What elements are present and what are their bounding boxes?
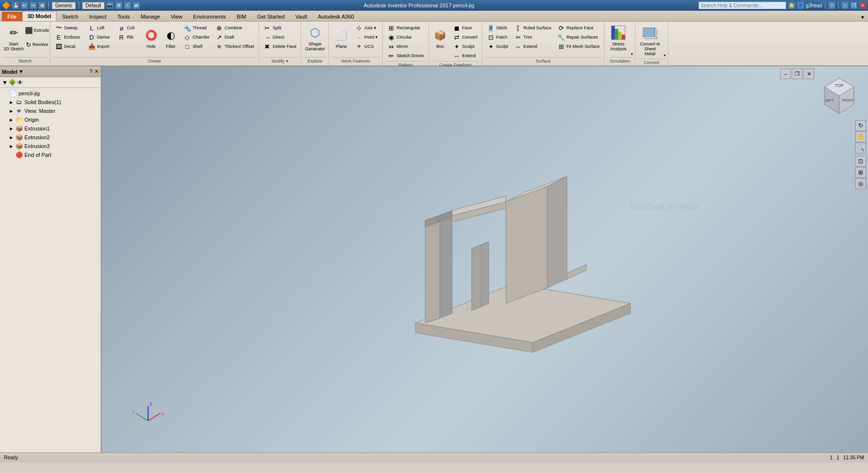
tab-inspect[interactable]: Inspect — [84, 12, 112, 21]
trim-button[interactable]: ✂Trim — [512, 33, 554, 42]
tab-bim[interactable]: BIM — [231, 12, 252, 21]
simulation-dropdown[interactable]: ▾ — [631, 52, 633, 56]
tab-sketch[interactable]: Sketch — [57, 12, 84, 21]
direct-button[interactable]: →Direct — [261, 33, 299, 42]
thread-button[interactable]: 🔩Thread — [181, 23, 212, 32]
import-button[interactable]: 📥Import — [86, 42, 112, 51]
tree-item-origin[interactable]: ▶ 📁 Origin — [7, 115, 100, 124]
convert-freeform-button[interactable]: ⇄Convert — [451, 33, 480, 42]
sculpt-surface-button[interactable]: ✦Sculpt — [484, 42, 511, 51]
ribbon-expand-icon[interactable]: ▼ — [857, 14, 868, 21]
emboss-button[interactable]: EEmboss — [52, 33, 83, 42]
theme-dropdown[interactable]: Default — [82, 2, 105, 9]
pan-button[interactable]: ✋ — [855, 131, 866, 142]
rib-button[interactable]: RRib — [115, 33, 137, 42]
zoom-button[interactable]: 🔍 — [855, 143, 866, 153]
close-button[interactable]: ✕ — [859, 2, 866, 9]
sidebar-dropdown-arrow[interactable]: ▾ — [20, 68, 22, 75]
help-icon[interactable]: ? — [828, 2, 835, 9]
ucs-button[interactable]: ⌖UCS — [352, 42, 380, 51]
tab-getstarted[interactable]: Get Started — [252, 12, 290, 21]
repair-surfaces-button[interactable]: 🔧Repair Surfaces — [555, 33, 602, 42]
mirror-button[interactable]: ⇔Mirror — [385, 42, 426, 51]
circular-button[interactable]: ◉Circular — [385, 33, 426, 42]
start-2d-sketch-button[interactable]: ✏ Start2D Sketch — [2, 23, 25, 53]
combine-button[interactable]: ⊕Combine — [213, 23, 257, 32]
orbit-button[interactable]: ↻ — [855, 120, 866, 131]
shape-generator-button[interactable]: ⬡ ShapeGenerator — [303, 23, 326, 53]
filter-icon[interactable]: ▼ — [2, 79, 8, 86]
show-all-icon[interactable]: 👁 — [17, 79, 23, 86]
scheme-dropdown[interactable]: Generic — [52, 2, 76, 9]
tree-item-view-master[interactable]: ▶ 👁 View: Master — [7, 107, 100, 115]
restore-button[interactable]: ❐ — [850, 2, 857, 9]
view-cube[interactable]: TOP LEFT FRONT — [817, 73, 861, 117]
minimize-button[interactable]: – — [842, 2, 848, 9]
tree-item-extrusion2[interactable]: ▶ 📦 Extrusion2 — [7, 133, 100, 142]
quick-save[interactable]: 💾 — [12, 2, 19, 9]
star-icon[interactable]: ⭐ — [788, 2, 795, 9]
quick-undo[interactable]: ↩ — [21, 2, 28, 9]
convert-to-sheet-metal-button[interactable]: Convert toSheet Metal — [637, 23, 663, 58]
zoom-selected-button[interactable]: ⊞ — [855, 167, 866, 178]
extend-button[interactable]: ↔Extend — [451, 51, 480, 60]
tab-a360[interactable]: Autodesk A360 — [312, 12, 359, 21]
tab-view[interactable]: View — [165, 12, 188, 21]
tree-view-icon[interactable]: 🌳 — [9, 79, 16, 86]
quick-home[interactable]: 🏠 — [39, 2, 45, 9]
stress-analysis-button[interactable]: StressAnalysis — [607, 23, 630, 53]
arrows-icon[interactable]: ⇄ — [133, 2, 140, 9]
fit-mesh-surface-button[interactable]: ⊞Fit Mesh Surface — [555, 42, 602, 51]
sidebar-close-icon[interactable]: ✕ — [94, 68, 99, 75]
split-button[interactable]: ✂Split — [261, 23, 299, 32]
viewport-restore[interactable]: ❐ — [792, 68, 803, 79]
loft-button[interactable]: LLoft — [86, 23, 112, 32]
tree-item-pencil-jig[interactable]: 📄 pencil-jig — [1, 89, 100, 98]
tab-file[interactable]: File — [2, 12, 22, 21]
tree-item-end-of-part[interactable]: 🔴 End of Part — [7, 150, 100, 159]
replace-face-button[interactable]: ⟳Replace Face — [555, 23, 602, 32]
patch-button[interactable]: ⊡Patch — [484, 33, 511, 42]
coil-button[interactable]: ⌀Coil — [115, 23, 137, 32]
shell-button[interactable]: □Shell — [181, 42, 212, 51]
convert-dropdown[interactable]: ▾ — [664, 53, 666, 58]
extend-surface-button[interactable]: ↔Extend — [512, 42, 554, 51]
box-button[interactable]: 📦 Box — [431, 23, 450, 53]
hole-button[interactable]: ⭕ Hole — [142, 23, 160, 53]
tab-environments[interactable]: Environments — [188, 12, 231, 21]
ruled-surface-button[interactable]: ⟦Ruled Surface — [512, 23, 554, 32]
plane-button[interactable]: ⬜ Plane — [331, 23, 351, 53]
chamfer-button[interactable]: ◇Chamfer — [181, 33, 212, 42]
camera-icon[interactable]: 📷 — [107, 2, 113, 9]
draft-button[interactable]: ↗Draft — [213, 33, 257, 42]
delete-face-button[interactable]: ✖Delete Face — [261, 42, 299, 51]
decal-button[interactable]: 🖼Decal — [52, 42, 83, 51]
sculpt-button[interactable]: ✦Sculpt — [451, 42, 480, 51]
plus-icon[interactable]: + — [124, 2, 131, 9]
settings-icon[interactable]: ⚙ — [115, 2, 122, 9]
tab-3dmodel[interactable]: 3D Model — [22, 11, 57, 21]
search-input[interactable] — [698, 1, 786, 9]
zoom-all-button[interactable]: ⊡ — [855, 156, 866, 167]
viewport-minimize[interactable]: – — [780, 68, 791, 79]
viewport-close[interactable]: ✕ — [803, 68, 814, 79]
stitch-button[interactable]: 🧵Stitch — [484, 23, 511, 32]
tree-item-extrusion1[interactable]: ▶ 📦 Extrusion1 — [7, 124, 100, 133]
revolve-button[interactable]: ↻ Revolve — [26, 38, 48, 51]
point-button[interactable]: ·Point ▾ — [352, 33, 380, 42]
look-at-button[interactable]: ◎ — [855, 178, 866, 189]
thicken-offset-button[interactable]: ≡Thicken/ Offset — [213, 42, 257, 51]
tab-vault[interactable]: Vault — [290, 12, 312, 21]
tree-item-extrusion3[interactable]: ▶ 📦 Extrusion3 — [7, 142, 100, 150]
axis-button[interactable]: ⊹Axis ▾ — [352, 23, 380, 32]
derive-button[interactable]: DDerive — [86, 33, 112, 42]
rectangular-button[interactable]: ⊞Rectangular — [385, 23, 426, 32]
tab-manage[interactable]: Manage — [135, 12, 166, 21]
sweep-button[interactable]: 〜Sweep — [52, 23, 83, 32]
tab-tools[interactable]: Tools — [112, 12, 135, 21]
user-icon[interactable]: 👤 — [797, 2, 804, 9]
tree-item-solid-bodies[interactable]: ▶ 🗂 Solid Bodies(1) — [7, 98, 100, 107]
sidebar-help-icon[interactable]: ? — [89, 68, 92, 75]
fillet-button[interactable]: ◐ Fillet — [161, 23, 180, 53]
sketch-driven-button[interactable]: ✏Sketch Driven — [385, 51, 426, 60]
